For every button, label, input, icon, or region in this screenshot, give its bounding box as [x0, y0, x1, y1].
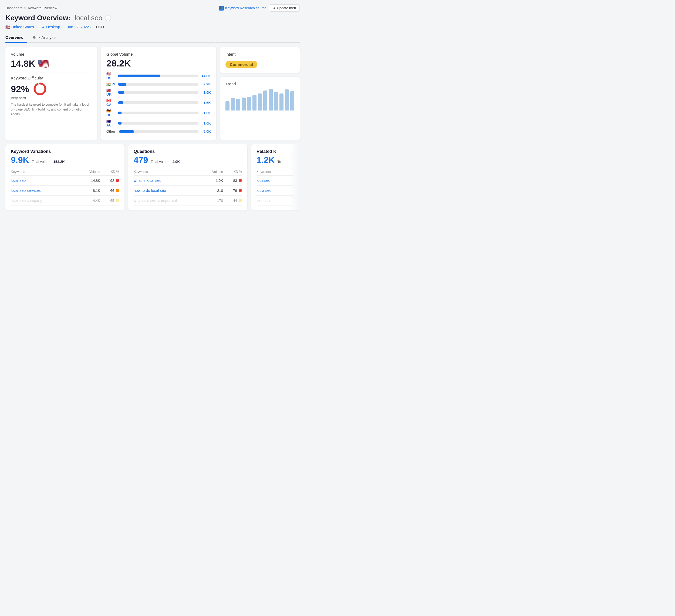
- trend-bar: [247, 97, 251, 111]
- keyword-link[interactable]: local seo company: [11, 198, 79, 203]
- keyword-name: local seo: [75, 14, 102, 22]
- bar-fill: [119, 130, 134, 133]
- title-prefix: Keyword Overview:: [5, 14, 70, 22]
- question-link[interactable]: why local seo is important: [134, 198, 202, 203]
- bar-row-uk: 🇬🇧 UK 1.9K: [106, 88, 211, 96]
- flag-icon: 🇺🇸: [5, 25, 10, 29]
- bar-fill: [118, 91, 124, 94]
- tabs: Overview Bulk Analysis: [5, 33, 300, 43]
- trend-bar: [231, 98, 235, 111]
- kv-count: 9.9K: [11, 155, 29, 165]
- bar-value: 14.8K: [201, 74, 211, 78]
- kd-number: 92: [110, 179, 114, 183]
- related-keyword-link[interactable]: locla seo: [256, 188, 294, 193]
- related-keyword-link[interactable]: seo local: [256, 198, 294, 203]
- bar-row-de: 🇩🇪 DE 1.0K: [106, 109, 211, 117]
- chevron-down-icon: ▾: [35, 26, 37, 28]
- tab-bulk-analysis[interactable]: Bulk Analysis: [33, 33, 60, 43]
- trend-bar: [269, 89, 273, 111]
- kd-sublabel: Very hard: [11, 96, 92, 100]
- trend-bar: [280, 93, 284, 111]
- keyword-link[interactable]: local seo: [11, 178, 79, 183]
- bar-value: 1.9K: [201, 90, 211, 94]
- kv-table-header: Keywords Volume KD %: [11, 168, 119, 176]
- date-label: Jun 22, 2022: [67, 25, 89, 29]
- intent-badge: Commercial: [225, 61, 257, 68]
- kd-percentage: 92%: [11, 84, 29, 94]
- bar-value: 5.0K: [201, 129, 211, 133]
- keyword-link[interactable]: local seo services: [11, 188, 79, 193]
- bar-track: [119, 130, 199, 133]
- bar-fill: [118, 122, 122, 125]
- country-filter[interactable]: 🇺🇸 United States ▾: [5, 25, 37, 29]
- kv-title: Keyword Variations: [11, 149, 119, 154]
- volume-kd-card: Volume 14.8K 🇺🇸 Keyword Difficulty 92% V…: [5, 47, 97, 140]
- course-link[interactable]: 📘 Keyword Research course: [219, 6, 266, 10]
- volume-value: 14.8K 🇺🇸: [11, 58, 92, 69]
- bar-fill: [118, 112, 122, 114]
- trend-bar: [263, 90, 267, 111]
- rk-meta: To: [277, 160, 281, 164]
- question-kd: 83: [223, 179, 242, 183]
- q-table-row: how to do local seo 210 79: [134, 186, 242, 196]
- q-col-keywords: Keywords: [134, 170, 202, 174]
- bar-value: 1.6K: [201, 101, 211, 105]
- breadcrumb-dashboard[interactable]: Dashboard: [5, 6, 23, 10]
- chevron-down-icon-2: ▾: [61, 26, 63, 28]
- q-col-kd: KD %: [223, 170, 242, 174]
- question-link[interactable]: what is local seo: [134, 178, 202, 183]
- bar-label-ca: 🇨🇦 CA: [106, 98, 116, 107]
- kv-col-keywords: Keywords: [11, 170, 79, 174]
- bar-track: [118, 101, 199, 104]
- country-label: United States: [11, 25, 34, 29]
- keyword-volume: 14.8K: [79, 179, 100, 183]
- bar-row-in: 🇮🇳 IN 2.9K: [106, 82, 211, 86]
- kv-table-row: local seo 14.8K 92: [11, 176, 119, 186]
- refresh-icon: ↺: [273, 6, 276, 10]
- q-kd-number: 83: [233, 179, 237, 183]
- plus-icon: +: [107, 16, 109, 20]
- chevron-down-icon-3: ▾: [90, 26, 91, 28]
- bar-track: [118, 91, 199, 94]
- trend-bar: [290, 91, 294, 111]
- update-button-label: Update metr: [277, 6, 296, 10]
- question-link[interactable]: how to do local seo: [134, 188, 202, 193]
- bar-label-uk: 🇬🇧 UK: [106, 88, 116, 96]
- currency-label: USD: [96, 25, 104, 29]
- date-filter[interactable]: Jun 22, 2022 ▾: [67, 25, 91, 29]
- bar-label-other: Other: [106, 129, 117, 133]
- global-volume-label: Global Volume: [106, 52, 211, 57]
- rk-title: Related K: [256, 149, 294, 154]
- kd-dot: [116, 199, 119, 202]
- bar-track: [118, 122, 199, 125]
- trend-card: Trend: [220, 77, 300, 140]
- us-flag: 🇺🇸: [38, 58, 49, 69]
- device-filter[interactable]: 🖥 Desktop ▾: [41, 25, 63, 29]
- related-keywords-card: Related K 1.2K To Keywords localseolocla…: [251, 144, 300, 210]
- q-table-row: what is local seo 1.0K 83: [134, 176, 242, 186]
- svg-point-1: [34, 83, 45, 94]
- bar-fill: [118, 101, 123, 104]
- trend-chart: [225, 89, 294, 111]
- bar-row-au: 🇦🇺 AU 1.0K: [106, 119, 211, 127]
- course-label: Keyword Research course: [225, 6, 266, 10]
- tab-overview[interactable]: Overview: [5, 33, 27, 43]
- q-kd-dot: [239, 189, 242, 192]
- q-table-body: what is local seo 1.0K 83 how to do loca…: [134, 176, 242, 206]
- q-table-header: Keywords Volume KD %: [134, 168, 242, 176]
- rk-table-row: locla seo: [256, 186, 294, 196]
- q-kd-dot: [239, 179, 242, 182]
- rk-table-row: localseo: [256, 176, 294, 186]
- update-metrics-button[interactable]: ↺ Update metr: [269, 4, 300, 12]
- add-keyword-button[interactable]: +: [105, 15, 111, 21]
- bar-fill: [118, 83, 126, 86]
- question-kd: 44: [223, 199, 242, 203]
- related-keyword-link[interactable]: localseo: [256, 178, 294, 183]
- keyword-volume: 4.4K: [79, 199, 100, 203]
- question-volume: 210: [202, 189, 223, 193]
- kv-col-volume: Volume: [79, 170, 100, 174]
- question-volume: 1.0K: [202, 179, 223, 183]
- question-volume: 170: [202, 199, 223, 203]
- keyword-kd: 92: [100, 179, 119, 183]
- rk-table-header: Keywords: [256, 168, 294, 176]
